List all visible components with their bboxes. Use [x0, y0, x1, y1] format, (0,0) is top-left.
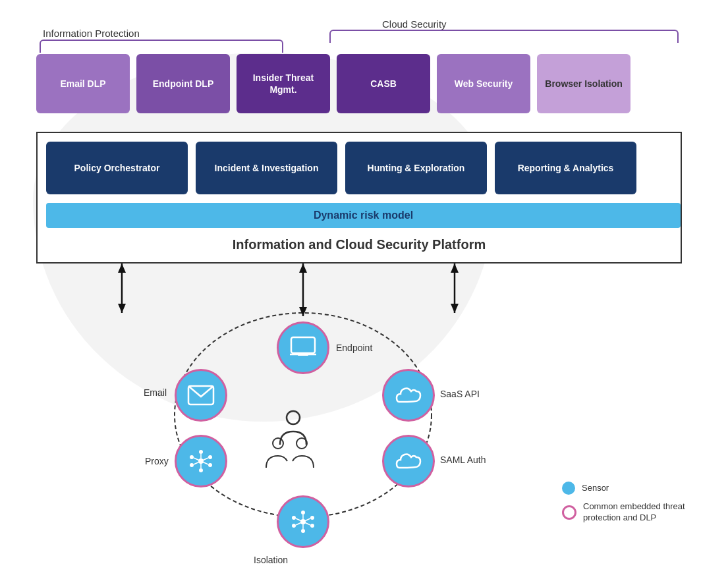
top-modules-row: Email DLP Endpoint DLP Insider Threat Mg…	[36, 54, 630, 113]
legend-sensor: Sensor	[562, 482, 688, 495]
svg-point-30	[208, 463, 212, 467]
svg-point-18	[301, 529, 305, 533]
sensor-isolation	[277, 495, 329, 548]
laptop-icon	[289, 336, 318, 360]
cloud-security-brace	[329, 30, 679, 43]
label-isolation: Isolation	[254, 555, 288, 565]
network-icon-proxy	[188, 448, 214, 474]
group-icon	[264, 435, 316, 471]
module-email-dlp: Email DLP	[36, 54, 130, 113]
svg-point-43	[296, 438, 307, 449]
info-protection-label: Information Protection	[43, 28, 140, 39]
svg-point-29	[208, 455, 212, 459]
svg-point-17	[310, 524, 314, 528]
svg-point-16	[310, 516, 314, 520]
svg-rect-11	[291, 337, 315, 353]
module-endpoint-dlp: Endpoint DLP	[136, 54, 230, 113]
network-icon-isolation	[290, 509, 316, 535]
sensor-proxy	[175, 435, 227, 487]
legend: Sensor Common embedded threat protection…	[562, 482, 688, 530]
svg-point-19	[292, 524, 296, 528]
svg-point-42	[273, 438, 283, 449]
svg-point-28	[199, 450, 203, 454]
sensor-endpoint	[277, 321, 329, 374]
info-protection-brace	[40, 40, 283, 53]
svg-point-32	[190, 463, 194, 467]
sensor-email	[175, 369, 227, 422]
svg-rect-13	[298, 354, 308, 356]
platform-title: Information and Cloud Security Platform	[36, 237, 682, 252]
cloud-security-label: Cloud Security	[382, 18, 447, 30]
inner-module-hunting-exploration: Hunting & Exploration	[345, 142, 487, 194]
svg-point-31	[199, 468, 203, 472]
legend-protection-icon	[562, 505, 576, 520]
sensor-saml-auth	[382, 435, 435, 487]
email-icon	[187, 385, 215, 406]
diagram-container: Information Protection Cloud Security Em…	[0, 0, 728, 583]
inner-module-policy-orchestrator: Policy Orchestrator	[46, 142, 188, 194]
label-saml-auth: SAML Auth	[440, 455, 486, 465]
sensor-saas-api	[382, 369, 435, 422]
legend-sensor-icon	[562, 482, 575, 495]
svg-point-33	[190, 455, 194, 459]
inner-module-incident-investigation: Incident & Investigation	[196, 142, 337, 194]
label-proxy: Proxy	[145, 456, 169, 466]
cloud-icon-saml	[394, 449, 423, 473]
label-saas-api: SaaS API	[440, 389, 480, 399]
inner-module-reporting-analytics: Reporting & Analytics	[495, 142, 636, 194]
svg-point-41	[287, 411, 300, 424]
label-endpoint: Endpoint	[336, 343, 372, 353]
inner-modules-row: Policy Orchestrator Incident & Investiga…	[46, 142, 636, 194]
module-browser-isolation: Browser Isolation	[537, 54, 630, 113]
svg-point-15	[301, 511, 305, 514]
risk-model-bar: Dynamic risk model	[46, 203, 681, 228]
user-figure-group	[264, 435, 316, 474]
label-email: Email	[144, 387, 167, 398]
legend-protection: Common embedded threat protection and DL…	[562, 501, 688, 524]
module-casb: CASB	[337, 54, 430, 113]
module-insider-threat: Insider Threat Mgmt.	[237, 54, 330, 113]
svg-point-20	[292, 516, 296, 520]
module-web-security: Web Security	[437, 54, 530, 113]
cloud-icon-saas	[394, 383, 423, 407]
